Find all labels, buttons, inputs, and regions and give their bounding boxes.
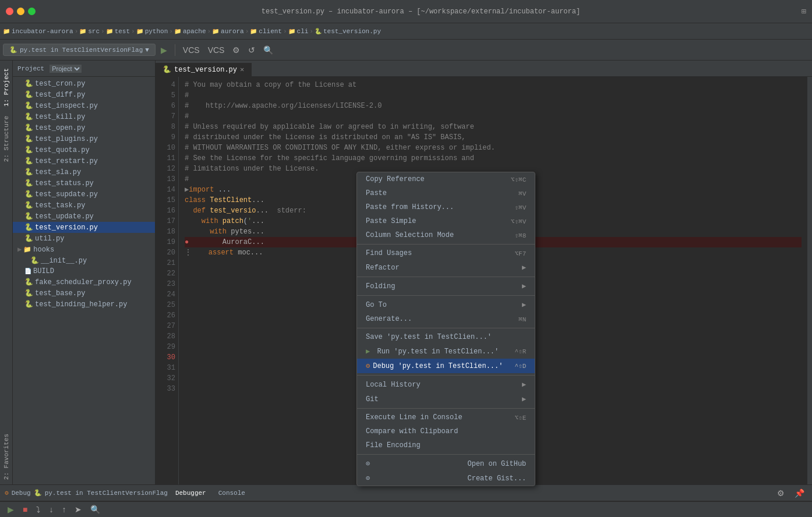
resume-button[interactable]: ▶ xyxy=(5,503,17,516)
step-over-button[interactable]: ⤵ xyxy=(33,503,43,516)
python-file-icon: 🐍 xyxy=(24,90,33,99)
ctx-item-label: Column Selection Mode xyxy=(366,231,454,239)
tree-item-fake-scheduler[interactable]: 🐍 fake_scheduler_proxy.py xyxy=(13,277,155,288)
project-scope-selector[interactable]: Project xyxy=(50,65,82,73)
undo-button[interactable]: ↺ xyxy=(245,44,258,56)
maximize-button[interactable] xyxy=(28,8,36,15)
run-button[interactable]: ▶ xyxy=(158,44,170,56)
breadcrumb-item[interactable]: 📁 test xyxy=(106,28,130,35)
python-file-icon: 🐍 xyxy=(163,65,171,74)
tree-item-test-inspect[interactable]: 🐍 test_inspect.py xyxy=(13,100,155,111)
ctx-generate[interactable]: Generate... ⌘N xyxy=(357,312,535,326)
ctx-file-encoding[interactable]: File Encoding xyxy=(357,438,535,452)
tree-item-util[interactable]: 🐍 util.py xyxy=(13,233,155,244)
editor-tabs: 🐍 test_version.py ✕ xyxy=(156,61,812,77)
breadcrumb-item[interactable]: 📁 incubator-aurora xyxy=(3,28,73,35)
step-into-button[interactable]: ↓ xyxy=(46,503,56,516)
tree-item-test-supdate[interactable]: 🐍 test_supdate.py xyxy=(13,189,155,200)
sidebar-tab-structure[interactable]: 2: Structure xyxy=(1,111,12,167)
tree-item-test-sla[interactable]: 🐍 test_sla.py xyxy=(13,167,155,178)
evaluate-button[interactable]: 🔍 xyxy=(87,503,103,516)
ctx-refactor[interactable]: Refactor ▶ xyxy=(357,260,535,275)
run-config-selector[interactable]: 🐍 py.test in TestClientVersionFlag ▼ xyxy=(3,44,156,56)
python-file-icon: 🐍 xyxy=(24,179,33,187)
sidebar-tab-project[interactable]: 1: Project xyxy=(1,63,12,111)
ctx-open-github[interactable]: ⊙ Open on GitHub xyxy=(357,456,535,471)
python-file-icon: 🐍 xyxy=(24,278,33,286)
ctx-local-history[interactable]: Local History ▶ xyxy=(357,377,535,392)
tree-item-test-task[interactable]: 🐍 test_task.py xyxy=(13,200,155,211)
tree-folder-hooks[interactable]: ▶ 📁 hooks xyxy=(13,244,155,255)
ctx-paste-simple[interactable]: Paste Simple ⌥⇧⌘V xyxy=(357,214,535,228)
tree-item-test-restart[interactable]: 🐍 test_restart.py xyxy=(13,155,155,167)
breadcrumb-item[interactable]: 📁 apache xyxy=(174,28,206,35)
ctx-compare-clipboard[interactable]: Compare with Clipboard xyxy=(357,424,535,438)
tree-item-test-diff[interactable]: 🐍 test_diff.py xyxy=(13,89,155,100)
stop-button[interactable]: ■ xyxy=(20,503,30,516)
vcs-button[interactable]: VCS xyxy=(180,44,203,56)
line-numbers: 45678 910111213 141516 1718192021 222324… xyxy=(156,77,179,484)
tree-item-test-cron[interactable]: 🐍 test_cron.py xyxy=(13,78,155,89)
breadcrumb-item[interactable]: 🐍 test_version.py xyxy=(315,28,381,35)
context-menu: Copy Reference ⌥⇧⌘C Paste ⌘V Paste from … xyxy=(356,172,535,486)
debug-tab-bar: ⚙ Debug 🐍 py.test in TestClientVersionFl… xyxy=(0,485,812,501)
ctx-save-config[interactable]: Save 'py.test in TestClien...' xyxy=(357,330,535,344)
breadcrumb-separator: › xyxy=(309,28,313,35)
settings-button[interactable]: ⚙ xyxy=(230,44,243,56)
breadcrumb-item[interactable]: 📁 client xyxy=(250,28,282,35)
ctx-shortcut: ⌥⇧⌘C xyxy=(511,176,526,183)
sidebar-tab-favorites[interactable]: 2: Favorites xyxy=(1,429,12,484)
editor-tab-test-version[interactable]: 🐍 test_version.py ✕ xyxy=(156,63,252,76)
ctx-shortcut: ⌥F7 xyxy=(514,250,526,257)
ctx-create-gist[interactable]: ⊙ Create Gist... xyxy=(357,471,535,486)
run-to-cursor-button[interactable]: ➤ xyxy=(72,503,84,516)
tree-item-test-quota[interactable]: 🐍 test_quota.py xyxy=(13,144,155,155)
tree-item-build[interactable]: 📄 BUILD xyxy=(13,266,155,277)
tree-item-test-plugins[interactable]: 🐍 test_plugins.py xyxy=(13,133,155,144)
search-button[interactable]: 🔍 xyxy=(260,44,276,56)
tree-item-test-kill[interactable]: 🐍 test_kill.py xyxy=(13,111,155,122)
minimize-button[interactable] xyxy=(17,8,24,15)
ctx-debug-config[interactable]: ⚙ Debug 'py.test in TestClien...' ^⇧D xyxy=(357,359,535,373)
ctx-execute-line[interactable]: Execute Line in Console ⌥⇧E xyxy=(357,410,535,424)
vcs-update-button[interactable]: VCS xyxy=(205,44,228,56)
tree-item-test-open[interactable]: 🐍 test_open.py xyxy=(13,122,155,133)
ctx-goto[interactable]: Go To ▶ xyxy=(357,298,535,312)
ctx-paste[interactable]: Paste ⌘V xyxy=(357,186,535,200)
settings-debug-button[interactable]: ⚙ xyxy=(774,487,788,500)
step-out-button[interactable]: ↑ xyxy=(59,503,69,516)
code-line: # WITHOUT WARRANTIES OR CONDITIONS OF AN… xyxy=(185,143,802,153)
ctx-run-config[interactable]: ▶ Run 'py.test in TestClien...' ^⇧R xyxy=(357,344,535,359)
breadcrumb-item[interactable]: 📁 python xyxy=(136,28,168,35)
ctx-folding[interactable]: Folding ▶ xyxy=(357,279,535,293)
tree-item-init[interactable]: 🐍 __init__.py xyxy=(13,255,155,266)
side-tabs: 1: Project 2: Structure 2: Favorites xyxy=(0,61,13,484)
debug-tab-debugger[interactable]: Debugger xyxy=(171,488,211,498)
breadcrumb-item[interactable]: 📁 src xyxy=(79,28,100,35)
tree-item-test-status[interactable]: 🐍 test_status.py xyxy=(13,178,155,189)
breadcrumb-item[interactable]: 📁 aurora xyxy=(212,28,244,35)
ctx-paste-history[interactable]: Paste from History... ⇧⌘V xyxy=(357,200,535,214)
tree-item-test-binding[interactable]: 🐍 test_binding_helper.py xyxy=(13,299,155,310)
debug-tab-console[interactable]: Console xyxy=(214,488,250,498)
ctx-item-label: Refactor xyxy=(366,264,400,272)
ctx-git[interactable]: Git ▶ xyxy=(357,392,535,406)
tree-item-test-update[interactable]: 🐍 test_update.py xyxy=(13,211,155,222)
tree-item-test-base[interactable]: 🐍 test_base.py xyxy=(13,288,155,299)
debug-toolbar-right: ⚙ 📌 xyxy=(774,487,807,500)
window-controls[interactable] xyxy=(6,8,36,15)
python-file-icon: 🐍 xyxy=(24,134,33,143)
ctx-column-mode[interactable]: Column Selection Mode ⇧⌘8 xyxy=(357,228,535,242)
breadcrumb-item[interactable]: 📁 cli xyxy=(288,28,309,35)
close-tab-icon[interactable]: ✕ xyxy=(240,65,244,74)
tree-item-test-version[interactable]: 🐍 test_version.py xyxy=(13,222,155,233)
breadcrumb-label: src xyxy=(88,28,100,35)
editor-scrollbar[interactable] xyxy=(807,77,812,484)
python-file-icon: 🐍 xyxy=(24,112,33,121)
ctx-item-label: Save 'py.test in TestClien...' xyxy=(366,333,492,341)
close-button[interactable] xyxy=(6,8,13,15)
ctx-find-usages[interactable]: Find Usages ⌥F7 xyxy=(357,246,535,260)
pin-button[interactable]: 📌 xyxy=(792,487,807,500)
gist-icon: ⊙ xyxy=(366,474,370,483)
ctx-copy-reference[interactable]: Copy Reference ⌥⇧⌘C xyxy=(357,172,535,186)
